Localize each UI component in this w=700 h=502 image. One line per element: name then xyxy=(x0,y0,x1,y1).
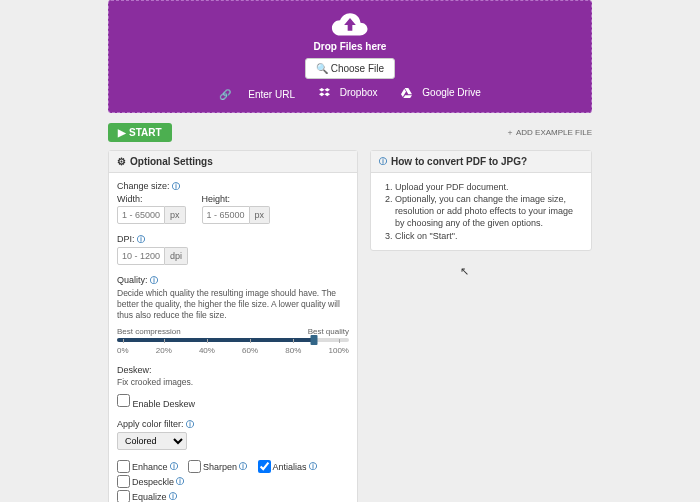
quality-section: Quality: ⓘ Decide which quality the resu… xyxy=(117,275,349,355)
tick: 0% xyxy=(117,346,129,355)
dpi-section: DPI: ⓘ dpi xyxy=(117,234,349,265)
slider-fill xyxy=(117,338,314,342)
start-button-top[interactable]: ▶ START xyxy=(108,123,172,142)
choose-file-button[interactable]: 🔍 Choose File xyxy=(305,58,395,79)
info-icon[interactable]: ⓘ xyxy=(309,461,317,472)
list-item: Upload your PDF document. xyxy=(395,181,583,193)
slider-thumb[interactable] xyxy=(311,335,318,345)
add-example-file-link[interactable]: ＋ ADD EXAMPLE FILE xyxy=(506,127,592,138)
info-icon[interactable]: ⓘ xyxy=(169,491,177,502)
width-field: Width: px xyxy=(117,194,186,224)
dpi-text: DPI: xyxy=(117,234,135,244)
sharpen-text: Sharpen xyxy=(203,462,237,472)
dpi-unit: dpi xyxy=(165,247,188,265)
despeckle-text: Despeckle xyxy=(132,477,174,487)
quality-label: Quality: ⓘ xyxy=(117,275,349,286)
plus-icon: ＋ xyxy=(506,127,514,138)
info-icon[interactable]: ⓘ xyxy=(186,420,194,429)
change-size-label: Change size: ⓘ xyxy=(117,181,349,192)
enter-url-label: Enter URL xyxy=(248,89,295,100)
info-icon[interactable]: ⓘ xyxy=(137,235,145,244)
antialias-checkbox[interactable]: Antialiasⓘ xyxy=(258,460,317,473)
sharpen-input[interactable] xyxy=(188,460,201,473)
gear-icon: ⚙ xyxy=(117,156,126,167)
despeckle-input[interactable] xyxy=(117,475,130,488)
tick: 20% xyxy=(156,346,172,355)
despeckle-checkbox[interactable]: Despeckleⓘ xyxy=(117,475,184,488)
sharpen-checkbox[interactable]: Sharpenⓘ xyxy=(188,460,247,473)
optional-settings-title: Optional Settings xyxy=(130,156,213,167)
dpi-label: DPI: ⓘ xyxy=(117,234,349,245)
antialias-input[interactable] xyxy=(258,460,271,473)
link-icon: 🔗 xyxy=(219,89,231,100)
filter-text: Apply color filter: xyxy=(117,419,184,429)
optional-settings-panel: ⚙ Optional Settings Change size: ⓘ Width… xyxy=(108,150,358,502)
enhance-input[interactable] xyxy=(117,460,130,473)
info-icon: ⓘ xyxy=(379,156,387,167)
play-icon: ▶ xyxy=(118,127,126,138)
dropbox-icon xyxy=(319,87,330,98)
gdrive-icon xyxy=(401,87,412,98)
dpi-input[interactable] xyxy=(117,247,165,265)
color-filter-select[interactable]: Colored xyxy=(117,432,187,450)
quality-slider: Best compression Best quality 0% 20% 40%… xyxy=(117,327,349,355)
px-unit: px xyxy=(165,206,186,224)
import-row: 🔗 Enter URL Dropbox Google Drive xyxy=(109,87,591,100)
tick: 80% xyxy=(285,346,301,355)
tick: 60% xyxy=(242,346,258,355)
enter-url-link[interactable]: 🔗 Enter URL xyxy=(212,89,302,100)
list-item: Click on "Start". xyxy=(395,230,583,242)
slider-track[interactable] xyxy=(117,338,349,342)
info-icon[interactable]: ⓘ xyxy=(176,476,184,487)
equalize-checkbox[interactable]: Equalizeⓘ xyxy=(117,490,177,502)
cloud-upload-icon xyxy=(331,11,369,39)
equalize-input[interactable] xyxy=(117,490,130,502)
info-icon[interactable]: ⓘ xyxy=(150,276,158,285)
howto-body: Upload your PDF document. Optionally, yo… xyxy=(371,173,591,250)
howto-steps: Upload your PDF document. Optionally, yo… xyxy=(379,181,583,242)
dropbox-label: Dropbox xyxy=(340,87,378,98)
enhance-checkbox[interactable]: Enhanceⓘ xyxy=(117,460,178,473)
deskew-input[interactable] xyxy=(117,394,130,407)
howto-title: How to convert PDF to JPG? xyxy=(391,156,527,167)
howto-panel: ⓘ How to convert PDF to JPG? Upload your… xyxy=(370,150,592,251)
deskew-text: Enable Deskew xyxy=(133,399,196,409)
deskew-section: Deskew: Fix crooked images. Enable Deske… xyxy=(117,365,349,409)
choose-file-label: Choose File xyxy=(331,63,384,74)
filter-label: Apply color filter: ⓘ xyxy=(117,419,349,430)
info-icon[interactable]: ⓘ xyxy=(170,461,178,472)
quality-desc: Decide which quality the resulting image… xyxy=(117,288,349,321)
drop-text: Drop Files here xyxy=(109,41,591,52)
change-size-text: Change size: xyxy=(117,181,170,191)
dropzone[interactable]: Drop Files here 🔍 Choose File 🔗 Enter UR… xyxy=(108,0,592,113)
filter-section: Apply color filter: ⓘ Colored xyxy=(117,419,349,450)
optional-settings-header: ⚙ Optional Settings xyxy=(109,151,357,173)
equalize-text: Equalize xyxy=(132,492,167,502)
antialias-text: Antialias xyxy=(273,462,307,472)
gdrive-link[interactable]: Google Drive xyxy=(401,87,487,98)
deskew-desc: Fix crooked images. xyxy=(117,377,349,388)
quality-text: Quality: xyxy=(117,275,148,285)
info-icon[interactable]: ⓘ xyxy=(239,461,247,472)
height-input[interactable] xyxy=(202,206,250,224)
list-item: Optionally, you can change the image siz… xyxy=(395,193,583,229)
info-icon[interactable]: ⓘ xyxy=(172,182,180,191)
tick: 100% xyxy=(328,346,348,355)
start-label: START xyxy=(129,127,162,138)
enable-deskew-checkbox[interactable]: Enable Deskew xyxy=(117,399,195,409)
add-example-label: ADD EXAMPLE FILE xyxy=(516,128,592,137)
width-label: Width: xyxy=(117,194,186,204)
height-field: Height: px xyxy=(202,194,271,224)
height-label: Height: xyxy=(202,194,271,204)
width-input[interactable] xyxy=(117,206,165,224)
page: Drop Files here 🔍 Choose File 🔗 Enter UR… xyxy=(0,0,700,502)
gdrive-label: Google Drive xyxy=(422,87,480,98)
dropbox-link[interactable]: Dropbox xyxy=(319,87,385,98)
columns: ⚙ Optional Settings Change size: ⓘ Width… xyxy=(108,150,592,502)
change-size-section: Change size: ⓘ Width: px Height: xyxy=(117,181,349,224)
search-icon: 🔍 xyxy=(316,63,328,74)
deskew-label: Deskew: xyxy=(117,365,349,375)
action-row: ▶ START ＋ ADD EXAMPLE FILE xyxy=(108,123,592,142)
slider-left-label: Best compression xyxy=(117,327,181,336)
howto-header: ⓘ How to convert PDF to JPG? xyxy=(371,151,591,173)
